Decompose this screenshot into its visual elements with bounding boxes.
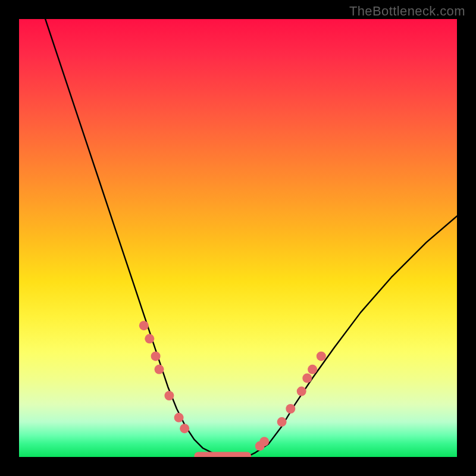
left-dot-1 — [139, 321, 149, 330]
right-dot-7 — [308, 365, 317, 374]
right-dot-3 — [277, 417, 287, 427]
right-dot-6 — [302, 374, 312, 383]
right-dot-4 — [286, 404, 295, 414]
right-dot-5 — [297, 387, 306, 396]
attribution-label: TheBottleneck.com — [349, 4, 465, 19]
plot-area — [19, 19, 457, 457]
bottleneck-curve — [45, 19, 457, 457]
left-dot-5 — [164, 391, 174, 400]
left-dot-2 — [145, 334, 154, 343]
left-dot-6 — [174, 413, 184, 422]
left-dot-7 — [180, 424, 189, 433]
left-dot-3 — [151, 352, 161, 361]
left-dot-4 — [155, 365, 164, 374]
right-dot-2 — [259, 437, 269, 446]
curve-overlay — [19, 19, 457, 457]
chart-frame: TheBottleneck.com — [0, 0, 476, 476]
optimal-zone-marker — [194, 452, 251, 458]
right-dot-8 — [317, 352, 326, 361]
